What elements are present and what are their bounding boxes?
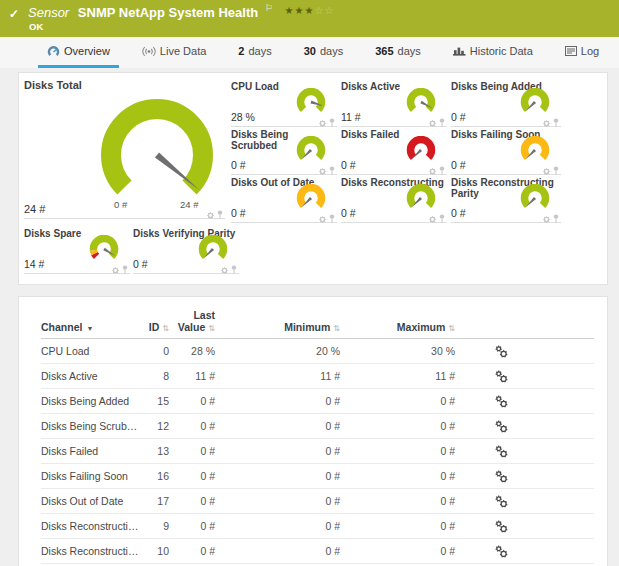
- tab-historic-data[interactable]: Historic Data: [444, 37, 542, 68]
- channel-id: 15: [139, 389, 169, 414]
- tab-label: days: [398, 45, 421, 57]
- gear-icon[interactable]: [429, 216, 436, 223]
- flag-icon[interactable]: ⚐: [265, 3, 273, 13]
- channel-settings-icon[interactable]: [495, 548, 508, 560]
- gauge-value: 0 #: [451, 207, 466, 219]
- tab-number: 365: [375, 45, 393, 57]
- column-header-id[interactable]: ID⇅: [139, 297, 169, 339]
- pin-icon[interactable]: [553, 166, 559, 175]
- gauge-cell-disks-failing-soon: Disks Failing Soon0 #: [451, 129, 561, 175]
- star-empty-icon[interactable]: ☆: [314, 5, 324, 16]
- channel-last-value: 0 #: [169, 514, 215, 539]
- pin-icon[interactable]: [439, 214, 445, 223]
- priority-stars[interactable]: ★★★☆☆: [285, 5, 335, 16]
- pin-icon[interactable]: [329, 166, 335, 175]
- tab-overview[interactable]: Overview: [38, 37, 119, 68]
- channel-id: 8: [139, 364, 169, 389]
- pin-icon[interactable]: [553, 118, 559, 127]
- channel-settings-icon[interactable]: [495, 373, 508, 385]
- channel-settings-icon[interactable]: [495, 423, 508, 435]
- sort-icon: ⇅: [162, 324, 169, 333]
- tab-live-data[interactable]: Live Data: [133, 37, 215, 68]
- gear-icon[interactable]: [543, 120, 550, 127]
- pin-icon[interactable]: [122, 265, 128, 274]
- star-filled-icon[interactable]: ★: [294, 5, 304, 16]
- star-empty-icon[interactable]: ☆: [324, 5, 334, 16]
- gauge-cell-disks-being-scrubbed: Disks Being Scrubbed0 #: [231, 129, 337, 175]
- channel-row-disks-active: Disks Active811 #11 #11 #: [41, 364, 594, 389]
- gauge-cell-icons: [429, 118, 445, 127]
- column-header-maximum[interactable]: Maximum⇅: [340, 297, 455, 339]
- tab-30-days[interactable]: 30days: [295, 37, 353, 68]
- gear-icon[interactable]: [319, 120, 326, 127]
- gear-icon[interactable]: [543, 168, 550, 175]
- tab-label: days: [320, 45, 343, 57]
- gauge-dial: [195, 235, 231, 265]
- channel-name: Disks Failed: [41, 439, 139, 464]
- gear-icon[interactable]: [207, 212, 214, 219]
- gauge-value: 0 #: [451, 111, 466, 123]
- channel-minimum: 0 #: [215, 514, 340, 539]
- pin-icon[interactable]: [231, 265, 237, 274]
- gear-icon[interactable]: [543, 216, 550, 223]
- channel-last-value: 0 #: [169, 464, 215, 489]
- channels-table: Channel▼ ID⇅ Last Value⇅ Minimum⇅ Maximu…: [41, 297, 594, 566]
- tab-label: Historic Data: [470, 45, 533, 57]
- pin-icon[interactable]: [329, 214, 335, 223]
- channel-minimum: 0 #: [215, 539, 340, 564]
- gauge-cell-icons: [429, 166, 445, 175]
- gear-icon[interactable]: [112, 267, 119, 274]
- tab-2-days[interactable]: 2days: [229, 37, 280, 68]
- channel-settings-icon[interactable]: [495, 473, 508, 485]
- star-filled-icon[interactable]: ★: [304, 5, 314, 16]
- gauge-cell-disks-out-of-date: Disks Out of Date0 #: [231, 177, 337, 223]
- pin-icon[interactable]: [329, 118, 335, 127]
- gauge-dial: [403, 184, 439, 214]
- column-header-minimum[interactable]: Minimum⇅: [215, 297, 340, 339]
- tab-number: 2: [238, 45, 244, 57]
- channel-settings-icon[interactable]: [495, 523, 508, 535]
- gauge-cell-disks-failed: Disks Failed0 #: [341, 129, 447, 175]
- gauge-value: 0 #: [231, 207, 246, 219]
- gauge-value: 0 #: [341, 207, 356, 219]
- channel-settings-icon[interactable]: [495, 348, 508, 360]
- channel-row-disks-being-scrubbed: Disks Being Scrubbed120 #0 #0 #: [41, 414, 594, 439]
- gear-icon[interactable]: [429, 168, 436, 175]
- gauge-value: 28 %: [231, 111, 255, 123]
- gauge-cell-disks-reconstructing-parity: Disks Reconstructing Parity0 #: [451, 177, 561, 223]
- channel-id: 13: [139, 439, 169, 464]
- gauge-dial: [517, 136, 553, 166]
- channel-settings-icon[interactable]: [495, 398, 508, 410]
- channel-last-value: 0 #: [169, 489, 215, 514]
- gear-icon[interactable]: [221, 267, 228, 274]
- gauge-cell-disks-reconstructing: Disks Reconstructing0 #: [341, 177, 447, 223]
- gear-icon[interactable]: [429, 120, 436, 127]
- gear-icon[interactable]: [319, 216, 326, 223]
- gear-icon[interactable]: [319, 168, 326, 175]
- bottom-gauges-grid: Disks Spare14 #Disks Verifying Parity0 #: [24, 228, 239, 274]
- channel-maximum: 0 #: [340, 439, 455, 464]
- channel-settings-icon[interactable]: [495, 498, 508, 510]
- small-gauges-grid: CPU Load28 %Disks Active11 #Disks Being …: [231, 81, 561, 223]
- gauge-scale-max: 24 #: [180, 199, 199, 210]
- column-header-actions: [455, 297, 594, 339]
- channel-id: 17: [139, 489, 169, 514]
- pin-icon[interactable]: [439, 166, 445, 175]
- pin-icon[interactable]: [439, 118, 445, 127]
- channel-minimum: 0 #: [215, 439, 340, 464]
- gauges-panel: Disks Total0 #24 #24 # CPU Load28 %Disks…: [18, 72, 608, 285]
- star-filled-icon[interactable]: ★: [285, 5, 295, 16]
- sort-icon: ⇅: [448, 324, 455, 333]
- pin-icon[interactable]: [553, 214, 559, 223]
- tab-log[interactable]: Log: [556, 37, 608, 68]
- gauge-cell-icons: [319, 214, 335, 223]
- tab-bar: OverviewLive Data2days30days365daysHisto…: [0, 37, 619, 68]
- channel-settings-icon[interactable]: [495, 448, 508, 460]
- pin-icon[interactable]: [217, 210, 223, 219]
- channel-row-disks-reconstructing: Disks Reconstructing90 #0 #0 #: [41, 514, 594, 539]
- tab-365-days[interactable]: 365days: [366, 37, 430, 68]
- gauge-cell-disks-active: Disks Active11 #: [341, 81, 447, 127]
- column-header-last-value[interactable]: Last Value⇅: [169, 297, 215, 339]
- column-header-channel[interactable]: Channel▼: [41, 297, 139, 339]
- gauge-cell-icons: [543, 166, 559, 175]
